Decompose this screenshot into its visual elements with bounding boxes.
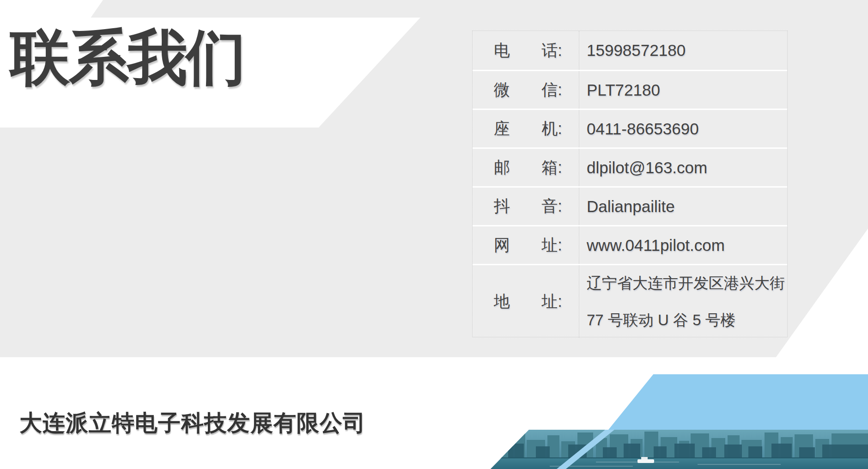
table-row-website: 网 址: www.0411pilot.com <box>473 225 787 264</box>
label-char: 抖 <box>494 195 510 217</box>
table-row-email: 邮 箱: dlpilot@163.com <box>473 147 787 186</box>
row-label: 微 信: <box>473 71 579 109</box>
label-char: 箱: <box>541 157 562 178</box>
row-value: Dalianpailite <box>579 188 787 225</box>
label-char: 信: <box>541 79 562 101</box>
row-value: PLT72180 <box>579 71 787 109</box>
label-char: 微 <box>494 79 510 101</box>
row-value: 0411-86653690 <box>579 110 787 147</box>
label-char: 址: <box>541 291 562 312</box>
table-row-wechat: 微 信: PLT72180 <box>473 70 787 109</box>
table-row-phone: 电 话: 15998572180 <box>473 31 787 70</box>
row-value: dlpilot@163.com <box>579 149 787 186</box>
table-row-address: 地 址: 辽宁省大连市开发区港兴大街 77 号联动 U 谷 5 号楼 <box>473 264 787 338</box>
blue-parallelogram-shape <box>608 374 868 430</box>
cityscape-skyline-graphic <box>480 430 868 469</box>
label-char: 机: <box>541 118 562 140</box>
label-char: 网 <box>494 234 510 256</box>
cityscape-image <box>480 430 868 469</box>
table-row-douyin: 抖 音: Dalianpailite <box>473 186 787 225</box>
row-value: 15998572180 <box>579 31 787 70</box>
label-char: 址: <box>541 234 562 256</box>
label-char: 地 <box>494 291 510 312</box>
row-label: 地 址: <box>473 265 579 338</box>
row-label: 网 址: <box>473 226 579 264</box>
row-label: 电 话: <box>473 31 579 70</box>
contact-table: 电 话: 15998572180 微 信: PLT72180 座 机: 0411… <box>472 30 788 337</box>
label-char: 音: <box>541 195 562 217</box>
company-name: 大连派立特电子科技发展有限公司 <box>19 408 366 439</box>
address-line-1: 辽宁省大连市开发区港兴大街 <box>587 265 785 302</box>
label-char: 电 <box>494 40 510 61</box>
row-label: 抖 音: <box>473 188 579 225</box>
row-label: 邮 箱: <box>473 149 579 186</box>
row-value: www.0411pilot.com <box>579 226 787 264</box>
label-char: 话: <box>541 40 562 61</box>
address-line-2: 77 号联动 U 谷 5 号楼 <box>587 302 736 339</box>
label-char: 邮 <box>494 157 510 178</box>
row-value: 辽宁省大连市开发区港兴大街 77 号联动 U 谷 5 号楼 <box>579 265 787 338</box>
table-row-landline: 座 机: 0411-86653690 <box>473 109 787 147</box>
page-title: 联系我们 <box>10 21 245 93</box>
row-label: 座 机: <box>473 110 579 147</box>
label-char: 座 <box>494 118 510 140</box>
